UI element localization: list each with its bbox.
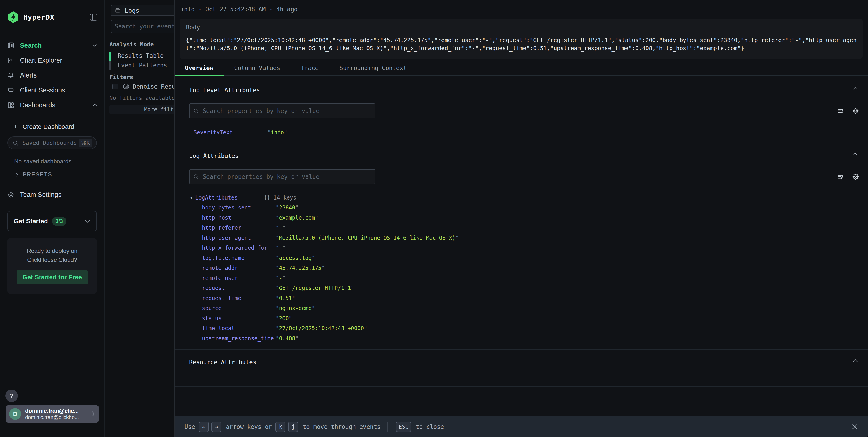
chevron-up-icon[interactable] bbox=[92, 103, 97, 107]
tab-column-values[interactable]: Column Values bbox=[224, 62, 290, 76]
attribute-value[interactable]: access.log bbox=[276, 253, 315, 263]
attribute-value[interactable]: - bbox=[276, 243, 285, 253]
attribute-row[interactable]: time_local 27/Oct/2025:10:42:48 +0000 bbox=[190, 323, 868, 334]
attribute-key[interactable]: remote_addr bbox=[202, 263, 276, 273]
team-settings-button[interactable]: Team Settings bbox=[0, 178, 104, 198]
event-timestamp: Oct 27 5:42:48 AM bbox=[205, 6, 266, 13]
attribute-key[interactable]: request bbox=[202, 283, 276, 293]
attribute-value[interactable]: 0.51 bbox=[276, 293, 296, 303]
collapse-section-icon[interactable] bbox=[852, 359, 858, 363]
tab-overview[interactable]: Overview bbox=[175, 62, 224, 76]
user-menu[interactable]: D dominic.tran@clic... dominic.tran@clic… bbox=[6, 405, 99, 423]
attribute-value[interactable]: 45.74.225.175 bbox=[276, 263, 325, 273]
mode-event-patterns[interactable]: Event Patterns bbox=[110, 61, 167, 70]
attribute-row[interactable]: source nginx-demo bbox=[190, 303, 868, 313]
collapse-section-icon[interactable] bbox=[852, 87, 858, 90]
help-button[interactable]: ? bbox=[5, 390, 18, 402]
denoise-checkbox[interactable] bbox=[113, 83, 118, 90]
attribute-row[interactable]: body_bytes_sent 23840 bbox=[190, 203, 868, 213]
tab-trace[interactable]: Trace bbox=[290, 62, 329, 76]
property-search-input[interactable]: Search properties by key or value bbox=[189, 169, 375, 184]
body-json-text[interactable]: {"time_local":"27/Oct/2025:10:42:48 +000… bbox=[186, 36, 857, 53]
attribute-value[interactable]: 0.408 bbox=[276, 334, 299, 344]
create-dashboard-button[interactable]: + Create Dashboard bbox=[0, 117, 104, 131]
attribute-root-key[interactable]: LogAttributes bbox=[195, 193, 264, 203]
attribute-key[interactable]: time_local bbox=[202, 323, 276, 334]
attribute-key[interactable]: http_user_agent bbox=[202, 233, 276, 243]
sidebar-item-search[interactable]: Search bbox=[0, 38, 104, 53]
wrap-lines-icon[interactable] bbox=[837, 107, 844, 114]
attribute-key[interactable]: http_x_forwarded_for bbox=[202, 243, 276, 253]
attribute-row[interactable]: http_user_agent Mozilla/5.0 (iPhone; CPU… bbox=[190, 233, 868, 243]
severity-badge: info bbox=[181, 6, 195, 13]
sidebar-item-dashboards[interactable]: Dashboards bbox=[0, 98, 104, 112]
sidebar-nav: Search Chart Explorer Alerts Client Sess… bbox=[0, 38, 104, 112]
attribute-value[interactable]: info bbox=[268, 128, 287, 138]
denoise-results-toggle[interactable]: Denoise Results bbox=[113, 83, 174, 90]
attribute-value[interactable]: - bbox=[276, 223, 285, 233]
attribute-value[interactable]: 23840 bbox=[276, 203, 299, 213]
attribute-value[interactable]: nginx-demo bbox=[276, 303, 315, 313]
attribute-row[interactable]: log.file.name access.log bbox=[190, 253, 868, 263]
attribute-key[interactable]: request_time bbox=[202, 293, 276, 303]
attribute-key[interactable]: SeverityText bbox=[194, 128, 268, 138]
promo-line-1: Ready to deploy on bbox=[7, 246, 97, 255]
sidebar-item-chart-explorer[interactable]: Chart Explorer bbox=[0, 53, 104, 68]
j-key: j bbox=[288, 422, 298, 432]
tab-surrounding-context[interactable]: Surrounding Context bbox=[329, 62, 417, 76]
attribute-value[interactable]: 27/Oct/2025:10:42:48 +0000 bbox=[276, 323, 367, 334]
get-started-free-button[interactable]: Get Started for Free bbox=[17, 270, 88, 284]
source-select[interactable]: Logs bbox=[111, 5, 174, 16]
attribute-key[interactable]: upstream_response_time bbox=[202, 334, 276, 344]
attribute-key[interactable]: log.file.name bbox=[202, 253, 276, 263]
attribute-row[interactable]: request GET /register HTTP/1.1 bbox=[190, 283, 868, 293]
attribute-row[interactable]: http_host example.com bbox=[190, 213, 868, 223]
denoise-label: Denoise Results bbox=[133, 83, 174, 90]
close-icon[interactable] bbox=[851, 424, 858, 430]
search-icon bbox=[193, 108, 199, 114]
event-search-input[interactable]: Search your events bbox=[111, 20, 174, 33]
attribute-row[interactable]: SeverityText info bbox=[194, 128, 868, 138]
gear-icon[interactable] bbox=[852, 173, 859, 180]
mode-results-table[interactable]: Results Table bbox=[110, 52, 164, 61]
attribute-key[interactable]: remote_user bbox=[202, 273, 276, 283]
saved-dashboards-search[interactable]: Saved Dashboards ⌘K bbox=[7, 136, 97, 149]
attribute-row[interactable]: remote_user - bbox=[190, 273, 868, 283]
attribute-key[interactable]: source bbox=[202, 303, 276, 313]
attribute-value[interactable]: 200 bbox=[276, 313, 292, 324]
attribute-root-row[interactable]: ▾ LogAttributes {} 14 keys bbox=[190, 193, 868, 203]
attribute-key[interactable]: body_bytes_sent bbox=[202, 203, 276, 213]
wrap-lines-icon[interactable] bbox=[837, 173, 844, 180]
attribute-key[interactable]: http_referer bbox=[202, 223, 276, 233]
attribute-row[interactable]: upstream_response_time 0.408 bbox=[190, 334, 868, 344]
collapse-section-icon[interactable] bbox=[852, 153, 858, 156]
tree-expand-icon[interactable]: ▾ bbox=[190, 193, 195, 203]
mode-label: Results Table bbox=[111, 52, 164, 61]
presets-toggle[interactable]: PRESETS bbox=[0, 165, 104, 178]
arrow-right-key: → bbox=[212, 422, 221, 432]
attribute-row[interactable]: status 200 bbox=[190, 313, 868, 324]
sidebar-item-label: Dashboards bbox=[20, 101, 55, 109]
attribute-value[interactable]: example.com bbox=[276, 213, 318, 223]
attribute-value[interactable]: - bbox=[276, 273, 285, 283]
shortcut-footer: Use ← → arrow keys or k j to move throug… bbox=[175, 416, 868, 437]
gear-icon[interactable] bbox=[852, 107, 859, 114]
get-started-accordion[interactable]: Get Started 3/3 bbox=[7, 211, 97, 231]
event-search-placeholder: Search your events bbox=[115, 23, 174, 30]
attribute-value[interactable]: GET /register HTTP/1.1 bbox=[276, 283, 354, 293]
attribute-row[interactable]: request_time 0.51 bbox=[190, 293, 868, 303]
attribute-key[interactable]: status bbox=[202, 313, 276, 324]
section-top-level-attributes: Top Level Attributes Search properties b… bbox=[175, 76, 868, 143]
laptop-icon bbox=[7, 87, 14, 94]
sidebar-collapse-icon[interactable] bbox=[90, 14, 97, 21]
more-filters-button[interactable]: More filters bbox=[110, 105, 174, 114]
attribute-value[interactable]: Mozilla/5.0 (iPhone; CPU iPhone OS 14_6 … bbox=[276, 233, 459, 243]
attribute-row[interactable]: http_referer - bbox=[190, 223, 868, 233]
attribute-row[interactable]: remote_addr 45.74.225.175 bbox=[190, 263, 868, 273]
attribute-key[interactable]: http_host bbox=[202, 213, 276, 223]
property-search-input[interactable]: Search properties by key or value bbox=[189, 103, 375, 119]
attribute-row[interactable]: http_x_forwarded_for - bbox=[190, 243, 868, 253]
sidebar-item-client-sessions[interactable]: Client Sessions bbox=[0, 83, 104, 98]
sidebar-item-alerts[interactable]: Alerts bbox=[0, 68, 104, 83]
chevron-down-icon[interactable] bbox=[92, 44, 97, 47]
